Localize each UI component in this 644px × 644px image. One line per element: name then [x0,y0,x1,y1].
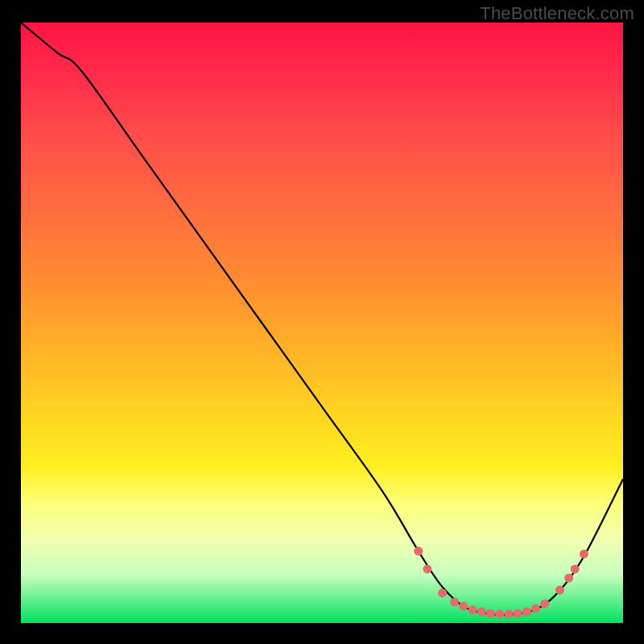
highlight-dots [414,547,588,618]
bottleneck-curve [21,23,623,615]
highlight-dot [531,605,540,613]
curve-layer [21,23,623,623]
highlight-dot [477,607,486,616]
highlight-dot [486,609,495,618]
highlight-dot [423,564,431,573]
highlight-dot [580,550,588,559]
highlight-dot [522,607,531,616]
chart-frame: TheBottleneck.com [0,0,644,644]
highlight-dot [540,600,549,609]
curve-line [21,23,623,615]
highlight-dot [469,605,477,614]
highlight-dot [571,564,580,573]
highlight-dot [495,609,504,618]
watermark-text: TheBottleneck.com [480,3,634,24]
highlight-dot [459,602,468,611]
highlight-dot [514,609,522,618]
highlight-dot [564,574,573,583]
highlight-dot [504,609,513,618]
plot-area [21,23,623,623]
highlight-dot [438,588,447,597]
highlight-dot [414,547,423,555]
highlight-dot [555,586,564,595]
highlight-dot [450,597,459,606]
